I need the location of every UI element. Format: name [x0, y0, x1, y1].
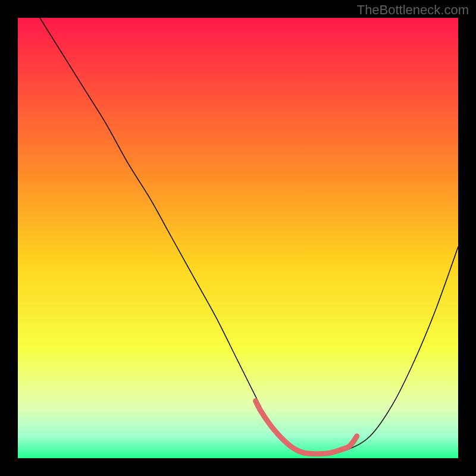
- plot-area: [18, 18, 458, 458]
- watermark-text: TheBottleneck.com: [357, 2, 469, 18]
- chart-svg: [18, 18, 458, 458]
- gradient-background: [18, 18, 458, 458]
- chart-frame: TheBottleneck.com: [0, 0, 476, 476]
